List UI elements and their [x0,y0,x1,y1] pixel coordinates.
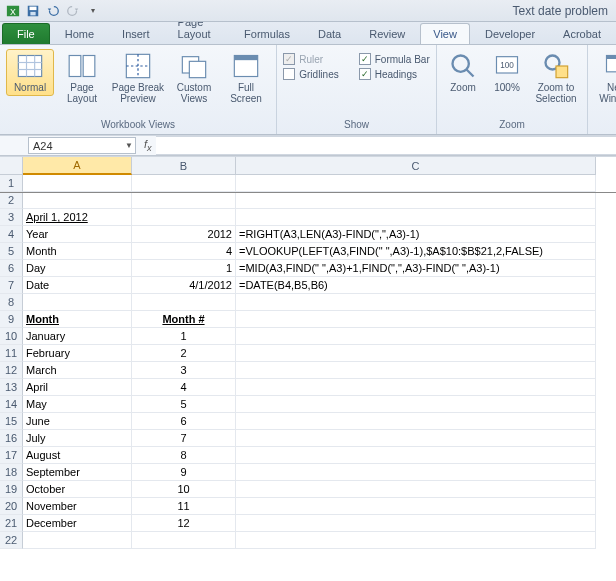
cell-A6[interactable]: Day [23,260,132,277]
row-header[interactable]: 7 [0,277,23,294]
qat-dropdown-icon[interactable]: ▾ [84,3,102,19]
cell-B10[interactable]: 1 [132,328,236,345]
app-icon[interactable]: X [4,3,22,19]
new-window-button[interactable]: New Window [594,49,616,107]
row-header[interactable]: 3 [0,209,23,226]
tab-file[interactable]: File [2,23,50,44]
column-header-B[interactable]: B [132,157,236,175]
row-header[interactable]: 1 [0,175,23,192]
cell-B14[interactable]: 5 [132,396,236,413]
cell-A5[interactable]: Month [23,243,132,260]
cell-C7[interactable]: =DATE(B4,B5,B6) [236,277,596,294]
page-layout-button[interactable]: Page Layout [58,49,106,107]
cell-C19[interactable] [236,481,596,498]
row-header[interactable]: 20 [0,498,23,515]
gridlines-checkbox[interactable] [283,68,295,80]
cell-A2[interactable] [23,192,132,209]
cell-B3[interactable] [132,209,236,226]
cell-C13[interactable] [236,379,596,396]
fx-icon[interactable]: fx [144,138,152,153]
cell-A8[interactable] [23,294,132,311]
cell-A9[interactable]: Month [23,311,132,328]
cell-C10[interactable] [236,328,596,345]
row-header[interactable]: 10 [0,328,23,345]
cell-C12[interactable] [236,362,596,379]
cell-B4[interactable]: 2012 [132,226,236,243]
redo-icon[interactable] [64,3,82,19]
column-headers[interactable]: ABC [23,157,596,175]
select-all-corner[interactable] [0,157,23,175]
cell-B19[interactable]: 10 [132,481,236,498]
cell-B22[interactable] [132,532,236,549]
row-header[interactable]: 22 [0,532,23,549]
tab-developer[interactable]: Developer [472,23,548,44]
row-header[interactable]: 17 [0,447,23,464]
cell-C16[interactable] [236,430,596,447]
cell-C1[interactable] [236,175,596,192]
cell-A4[interactable]: Year [23,226,132,243]
row-header[interactable]: 14 [0,396,23,413]
cell-A11[interactable]: February [23,345,132,362]
normal-view-button[interactable]: Normal [6,49,54,96]
zoom-button[interactable]: Zoom [443,49,483,96]
row-header[interactable]: 5 [0,243,23,260]
cell-A1[interactable] [23,175,132,192]
cell-B2[interactable] [132,192,236,209]
page-break-button[interactable]: Page Break Preview [110,49,166,107]
cell-B15[interactable]: 6 [132,413,236,430]
cell-C22[interactable] [236,532,596,549]
cell-A21[interactable]: December [23,515,132,532]
cell-A22[interactable] [23,532,132,549]
row-header[interactable]: 8 [0,294,23,311]
tab-data[interactable]: Data [305,23,354,44]
cell-A16[interactable]: July [23,430,132,447]
column-header-C[interactable]: C [236,157,596,175]
cell-C3[interactable] [236,209,596,226]
cell-B18[interactable]: 9 [132,464,236,481]
cell-B1[interactable] [132,175,236,192]
tab-acrobat[interactable]: Acrobat [550,23,614,44]
name-box[interactable]: A24 ▼ [28,137,136,154]
tab-review[interactable]: Review [356,23,418,44]
cell-A7[interactable]: Date [23,277,132,294]
cell-B12[interactable]: 3 [132,362,236,379]
cell-C4[interactable]: =RIGHT(A3,LEN(A3)-FIND(",",A3)-1) [236,226,596,243]
ruler-checkbox[interactable]: ✓ [283,53,295,65]
row-headers[interactable]: 12345678910111213141516171819202122 [0,175,23,549]
cell-C17[interactable] [236,447,596,464]
cell-B16[interactable]: 7 [132,430,236,447]
cell-B17[interactable]: 8 [132,447,236,464]
row-header[interactable]: 11 [0,345,23,362]
zoom-selection-button[interactable]: Zoom to Selection [531,49,581,107]
cell-B20[interactable]: 11 [132,498,236,515]
cell-C14[interactable] [236,396,596,413]
headings-checkbox[interactable]: ✓ [359,68,371,80]
tab-formulas[interactable]: Formulas [231,23,303,44]
cell-B21[interactable]: 12 [132,515,236,532]
cell-B7[interactable]: 4/1/2012 [132,277,236,294]
cell-B5[interactable]: 4 [132,243,236,260]
cell-B6[interactable]: 1 [132,260,236,277]
row-header[interactable]: 6 [0,260,23,277]
cell-C9[interactable] [236,311,596,328]
cell-B9[interactable]: Month # [132,311,236,328]
cell-A17[interactable]: August [23,447,132,464]
column-header-A[interactable]: A [23,157,132,175]
row-header[interactable]: 21 [0,515,23,532]
cell-A12[interactable]: March [23,362,132,379]
custom-views-button[interactable]: Custom Views [170,49,218,107]
cell-C15[interactable] [236,413,596,430]
cell-C5[interactable]: =VLOOKUP(LEFT(A3,FIND(" ",A3)-1),$A$10:$… [236,243,596,260]
cell-A20[interactable]: November [23,498,132,515]
row-header[interactable]: 18 [0,464,23,481]
cell-C11[interactable] [236,345,596,362]
cell-A14[interactable]: May [23,396,132,413]
formula-input[interactable] [156,136,616,155]
tab-view[interactable]: View [420,23,470,44]
cell-A19[interactable]: October [23,481,132,498]
full-screen-button[interactable]: Full Screen [222,49,270,107]
cell-C2[interactable] [236,192,596,209]
cell-C8[interactable] [236,294,596,311]
save-icon[interactable] [24,3,42,19]
cell-C6[interactable]: =MID(A3,FIND(" ",A3)+1,FIND(",",A3)-FIND… [236,260,596,277]
